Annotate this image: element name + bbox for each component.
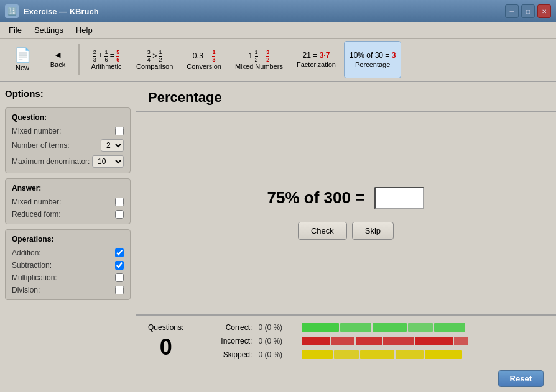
incorrect-value: 0 (0 %) [258, 337, 295, 345]
correct-bar-segment [302, 323, 339, 332]
incorrect-label: Incorrect: [208, 337, 252, 345]
back-button[interactable]: ◀ Back [42, 41, 73, 78]
tab-conversion[interactable]: 0.3̄ = 13 Conversion [181, 41, 227, 78]
tab-arithmetic[interactable]: 23 + 16 = 56 Arithmetic [85, 41, 128, 78]
reduced-form-checkbox[interactable] [115, 210, 124, 219]
menu-help[interactable]: Help [70, 24, 99, 36]
reduced-form-label: Reduced form: [12, 210, 61, 219]
division-row: Division: [12, 286, 124, 294]
tab-mixed-numbers-label: Mixed Numbers [235, 63, 283, 70]
skipped-stat-row: Skipped: 0 (0 %) [208, 350, 544, 359]
number-of-terms-label: Number of terms: [12, 141, 70, 150]
tab-factorization[interactable]: 21 = 3·7 Factorization [291, 41, 341, 78]
mixed-number-label: Mixed number: [12, 127, 61, 135]
max-denominator-label: Maximum denominator: [12, 157, 90, 166]
factorization-formula: 21 = 3·7 [303, 51, 330, 61]
check-button[interactable]: Check [298, 222, 347, 240]
subtraction-label: Subtraction: [12, 261, 52, 270]
correct-bar-segment5 [434, 323, 465, 332]
answer-input[interactable] [374, 187, 424, 209]
answer-panel-title: Answer: [12, 184, 124, 193]
skipped-bar-seg4 [396, 350, 424, 359]
question-panel: Question: Mixed number: Number of terms:… [5, 107, 131, 173]
tab-comparison-label: Comparison [136, 63, 173, 70]
question-text: 75% of 300 = [267, 188, 365, 207]
tab-conversion-label: Conversion [187, 63, 221, 70]
incorrect-bar-seg1 [302, 337, 330, 345]
new-icon: 📄 [14, 48, 31, 62]
answer-mixed-number-checkbox[interactable] [115, 198, 124, 206]
tab-factorization-label: Factorization [297, 61, 336, 68]
options-title: Options: [5, 88, 131, 99]
incorrect-bar-seg2 [331, 337, 354, 345]
close-button[interactable]: ✕ [537, 4, 551, 18]
correct-bar-segment3 [373, 323, 407, 332]
main-area: Options: Question: Mixed number: Number … [0, 82, 556, 392]
skip-button[interactable]: Skip [352, 222, 394, 240]
menu-settings[interactable]: Settings [28, 24, 70, 36]
tab-comparison[interactable]: 34 > 12 Comparison [131, 41, 178, 78]
question-row: 75% of 300 = [267, 187, 425, 209]
new-label: New [16, 64, 29, 71]
maximize-button[interactable]: □ [521, 4, 535, 18]
addition-row: Addition: [12, 248, 124, 257]
addition-label: Addition: [12, 248, 41, 257]
mixed-number-checkbox[interactable] [115, 127, 124, 135]
reset-button[interactable]: Reset [498, 370, 544, 387]
toolbar-separator [78, 44, 80, 75]
mixed-number-row: Mixed number: [12, 127, 124, 135]
comparison-formula: 34 > 12 [147, 50, 162, 63]
back-label: Back [50, 61, 65, 68]
incorrect-bar-seg5 [415, 337, 453, 345]
skipped-bar-seg5 [425, 350, 462, 359]
incorrect-bar-seg3 [356, 337, 382, 345]
correct-bar-segment4 [408, 323, 433, 332]
minimize-button[interactable]: ─ [505, 4, 519, 18]
multiplication-checkbox[interactable] [115, 273, 124, 282]
skipped-bar-seg1 [302, 350, 333, 359]
subtraction-checkbox[interactable] [115, 261, 124, 270]
correct-label: Correct: [208, 323, 252, 332]
answer-panel: Answer: Mixed number: Reduced form: [5, 178, 131, 224]
correct-stat-row: Correct: 0 (0 %) [208, 323, 544, 332]
stats-area: Questions: 0 Correct: 0 (0 %) [136, 316, 556, 368]
titlebar-controls: ─ □ ✕ [505, 4, 551, 18]
questions-count-block: Questions: 0 [148, 323, 183, 360]
mixed-numbers-formula: 1 12 = 32 [249, 50, 270, 63]
tab-arithmetic-label: Arithmetic [91, 63, 122, 70]
number-of-terms-select[interactable]: 2345 [101, 139, 124, 152]
answer-mixed-number-label: Mixed number: [12, 198, 61, 206]
incorrect-bar [302, 337, 544, 345]
correct-bar-segment2 [340, 323, 371, 332]
toolbar: 📄 New ◀ Back 23 + 16 = 56 Arithmetic 34 … [0, 39, 556, 82]
new-button[interactable]: 📄 New [5, 41, 40, 78]
titlebar-title: Exercise — KBruch [24, 7, 99, 16]
menu-file[interactable]: File [2, 24, 28, 36]
number-of-terms-row: Number of terms: 2345 [12, 139, 124, 152]
back-icon: ◀ [55, 51, 60, 59]
content-area: Percentage 75% of 300 = Check Skip Quest… [136, 82, 556, 392]
stats-right: Correct: 0 (0 %) Incorrect: 0 (0 %) [208, 323, 544, 359]
division-label: Division: [12, 286, 40, 294]
tab-mixed-numbers[interactable]: 1 12 = 32 Mixed Numbers [229, 41, 289, 78]
menubar: File Settings Help [0, 22, 556, 39]
arithmetic-formula: 23 + 16 = 56 [93, 50, 119, 63]
incorrect-bar-seg6 [454, 337, 468, 345]
questions-label: Questions: [148, 323, 183, 332]
skipped-bar [302, 350, 544, 359]
incorrect-bar-seg4 [383, 337, 414, 345]
tab-percentage[interactable]: 10% of 30 = 3 Percentage [344, 41, 401, 78]
incorrect-stat-row: Incorrect: 0 (0 %) [208, 337, 544, 345]
max-denominator-row: Maximum denominator: 102050100 [12, 155, 124, 168]
skipped-bar-seg3 [360, 350, 394, 359]
correct-value: 0 (0 %) [258, 323, 295, 332]
skipped-bar-seg2 [334, 350, 359, 359]
addition-checkbox[interactable] [115, 248, 124, 257]
subtraction-row: Subtraction: [12, 261, 124, 270]
app-icon: 🔢 [5, 4, 19, 18]
titlebar: 🔢 Exercise — KBruch ─ □ ✕ [0, 0, 556, 22]
tab-percentage-label: Percentage [355, 61, 390, 68]
max-denominator-select[interactable]: 102050100 [92, 155, 124, 168]
reduced-form-row: Reduced form: [12, 210, 124, 219]
division-checkbox[interactable] [115, 286, 124, 294]
